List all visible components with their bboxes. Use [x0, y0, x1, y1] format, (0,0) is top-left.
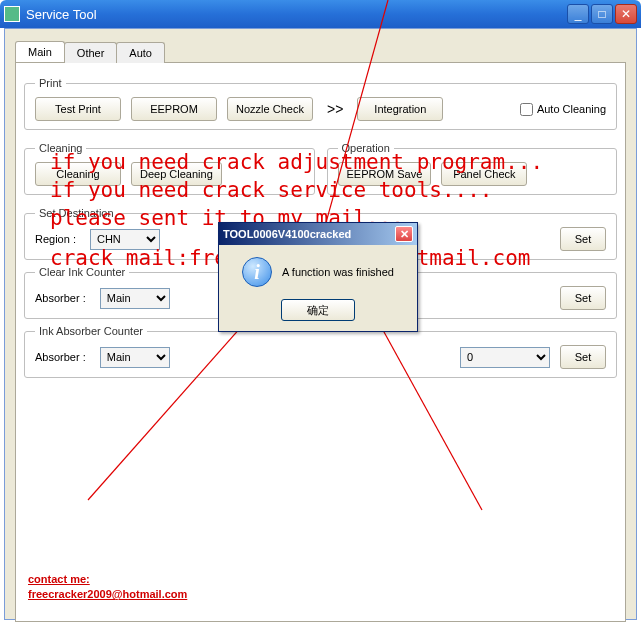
group-print-legend: Print — [35, 77, 66, 89]
ink-abs-absorber-select[interactable]: Main — [100, 347, 170, 368]
panel-check-button[interactable]: Panel Check — [441, 162, 527, 186]
tab-bar: Main Other Auto — [5, 29, 636, 62]
group-ink-absorber-legend: Ink Absorber Counter — [35, 325, 147, 337]
message-dialog: TOOL0006V4100cracked ✕ i A function was … — [218, 222, 418, 332]
auto-cleaning-checkbox[interactable]: Auto Cleaning — [520, 103, 606, 116]
ink-abs-counter-select[interactable]: 0 — [460, 347, 550, 368]
ink-abs-absorber-label: Absorber : — [35, 351, 86, 363]
set-destination-button[interactable]: Set — [560, 227, 606, 251]
minimize-button[interactable]: _ — [567, 4, 589, 24]
tab-other[interactable]: Other — [64, 42, 118, 63]
dialog-message: A function was finished — [282, 266, 394, 278]
tab-main[interactable]: Main — [15, 41, 65, 62]
region-select[interactable]: CHN — [90, 229, 160, 250]
group-operation-legend: Operation — [338, 142, 394, 154]
tab-auto[interactable]: Auto — [116, 42, 165, 63]
nozzle-check-button[interactable]: Nozzle Check — [227, 97, 313, 121]
more-icon[interactable]: >> — [323, 101, 347, 117]
group-ink-absorber: Ink Absorber Counter Absorber : Main 0 S… — [24, 325, 617, 378]
window-title: Service Tool — [26, 7, 567, 22]
clear-ink-set-button[interactable]: Set — [560, 286, 606, 310]
clear-ink-absorber-select[interactable]: Main — [100, 288, 170, 309]
auto-cleaning-label: Auto Cleaning — [537, 103, 606, 115]
dialog-ok-button[interactable]: 确定 — [281, 299, 355, 321]
integration-button[interactable]: Integration — [357, 97, 443, 121]
group-set-destination-legend: Set Destination — [35, 207, 118, 219]
group-operation: Operation EEPROM Save Panel Check — [327, 142, 618, 195]
tab-content: Print Test Print EEPROM Nozzle Check >> … — [15, 62, 626, 622]
group-print: Print Test Print EEPROM Nozzle Check >> … — [24, 77, 617, 130]
deep-cleaning-button[interactable]: Deep Cleaning — [131, 162, 222, 186]
titlebar: Service Tool _ □ ✕ — [0, 0, 641, 28]
test-print-button[interactable]: Test Print — [35, 97, 121, 121]
group-clear-ink-legend: Clear Ink Counter — [35, 266, 129, 278]
auto-cleaning-input[interactable] — [520, 103, 533, 116]
group-cleaning-legend: Cleaning — [35, 142, 86, 154]
dialog-title: TOOL0006V4100cracked — [223, 228, 395, 240]
group-cleaning: Cleaning Cleaning Deep Cleaning — [24, 142, 315, 195]
ink-abs-set-button[interactable]: Set — [560, 345, 606, 369]
dialog-titlebar: TOOL0006V4100cracked ✕ — [219, 223, 417, 245]
eeprom-save-button[interactable]: EEPROM Save — [338, 162, 432, 186]
app-icon — [4, 6, 20, 22]
eeprom-button[interactable]: EEPROM — [131, 97, 217, 121]
clear-ink-absorber-label: Absorber : — [35, 292, 86, 304]
cleaning-button[interactable]: Cleaning — [35, 162, 121, 186]
close-button[interactable]: ✕ — [615, 4, 637, 24]
region-label: Region : — [35, 233, 76, 245]
dialog-close-button[interactable]: ✕ — [395, 226, 413, 242]
info-icon: i — [242, 257, 272, 287]
maximize-button[interactable]: □ — [591, 4, 613, 24]
